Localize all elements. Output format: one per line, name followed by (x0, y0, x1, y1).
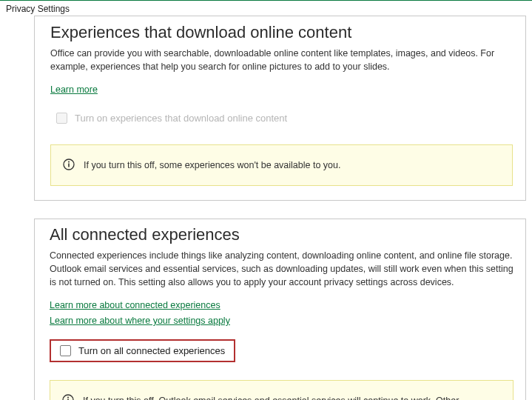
svg-rect-2 (68, 164, 70, 167)
learn-settings-apply-link[interactable]: Learn more about where your settings app… (50, 316, 230, 326)
learn-connected-link[interactable]: Learn more about connected experiences (50, 300, 220, 310)
all-connected-toggle[interactable]: Turn on all connected experiences (50, 339, 235, 362)
notice-banner: If you turn this off, Outlook email serv… (50, 380, 514, 400)
checkbox-label: Turn on experiences that download online… (75, 113, 287, 124)
section-download-content: Experiences that download online content… (34, 16, 526, 201)
notice-text: If you turn this off, some experiences w… (84, 159, 341, 172)
checkbox-label: Turn on all connected experiences (78, 345, 225, 356)
notice-text: If you turn this off, Outlook email serv… (83, 394, 501, 400)
section-desc: Connected experiences include things lik… (50, 249, 514, 289)
checkbox-icon (60, 345, 71, 356)
info-icon (63, 159, 75, 170)
svg-point-4 (67, 397, 69, 399)
section-desc: Office can provide you with searchable, … (50, 47, 513, 73)
download-content-toggle: Turn on experiences that download online… (50, 110, 513, 127)
section-heading: Experiences that download online content (50, 23, 513, 42)
notice-banner: If you turn this off, some experiences w… (50, 144, 513, 186)
info-icon (62, 394, 74, 400)
section-heading: All connected experiences (50, 225, 514, 244)
section-all-connected: All connected experiences Connected expe… (34, 219, 526, 400)
checkbox-icon (56, 113, 67, 124)
window-title: Privacy Settings (0, 1, 532, 16)
svg-point-1 (68, 161, 70, 163)
learn-more-link[interactable]: Learn more (50, 84, 98, 95)
